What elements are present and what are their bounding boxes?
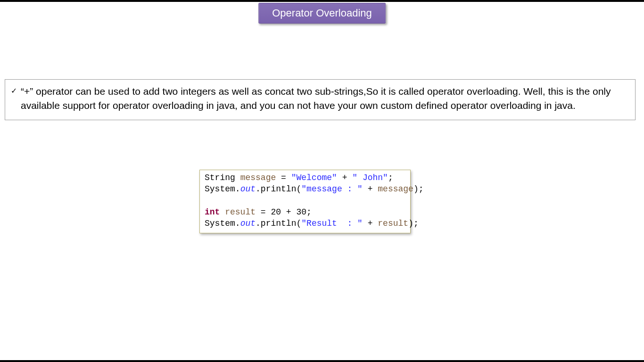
code-line-4: System.out.println("Result : " + result)… bbox=[205, 218, 405, 229]
code-line-1: String message = "Welcome" + " John"; bbox=[205, 172, 405, 183]
description-box: ✓ “+” operator can be used to add two in… bbox=[5, 79, 636, 120]
code-line-3: int result = 20 + 30; bbox=[205, 206, 405, 218]
title-text: Operator Overloading bbox=[272, 7, 372, 19]
description-text: “+” operator can be used to add two inte… bbox=[21, 84, 629, 113]
bullet-item: ✓ “+” operator can be used to add two in… bbox=[11, 84, 629, 113]
slide-title: Operator Overloading bbox=[258, 3, 386, 24]
slide: Operator Overloading ✓ “+” operator can … bbox=[0, 2, 644, 360]
blank-line bbox=[205, 195, 405, 206]
code-example: String message = "Welcome" + " John"; Sy… bbox=[199, 170, 411, 233]
checkmark-icon: ✓ bbox=[11, 84, 17, 98]
code-line-2: System.out.println("message : " + messag… bbox=[205, 183, 405, 195]
